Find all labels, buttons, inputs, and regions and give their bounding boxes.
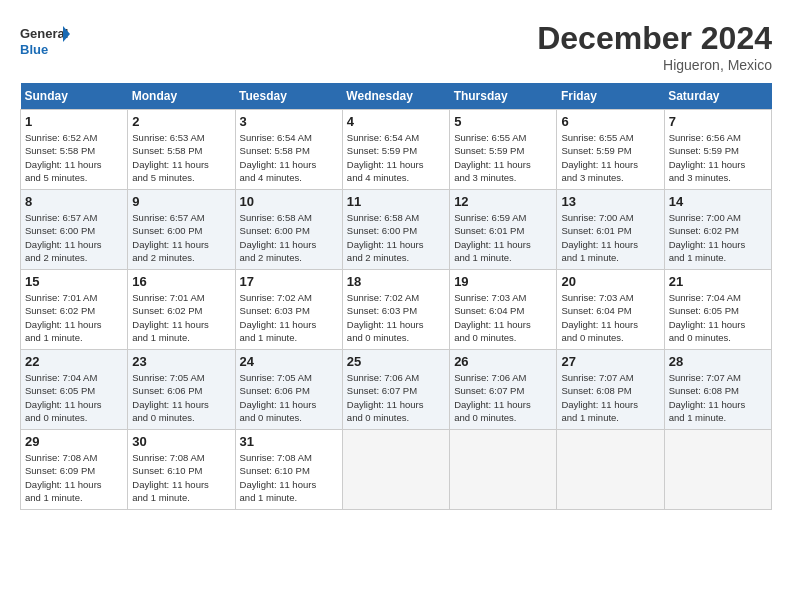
day-number: 11 xyxy=(347,194,445,209)
calendar-table: SundayMondayTuesdayWednesdayThursdayFrid… xyxy=(20,83,772,510)
day-number: 3 xyxy=(240,114,338,129)
day-info: Sunrise: 6:59 AMSunset: 6:01 PMDaylight:… xyxy=(454,211,552,264)
page-header: General Blue December 2024 Higueron, Mex… xyxy=(20,20,772,73)
logo-svg: General Blue xyxy=(20,20,70,62)
day-cell-9: 9Sunrise: 6:57 AMSunset: 6:00 PMDaylight… xyxy=(128,190,235,270)
day-cell-30: 30Sunrise: 7:08 AMSunset: 6:10 PMDayligh… xyxy=(128,430,235,510)
day-number: 5 xyxy=(454,114,552,129)
svg-text:Blue: Blue xyxy=(20,42,48,57)
day-info: Sunrise: 6:57 AMSunset: 6:00 PMDaylight:… xyxy=(132,211,230,264)
day-cell-29: 29Sunrise: 7:08 AMSunset: 6:09 PMDayligh… xyxy=(21,430,128,510)
day-info: Sunrise: 7:00 AMSunset: 6:02 PMDaylight:… xyxy=(669,211,767,264)
day-cell-26: 26Sunrise: 7:06 AMSunset: 6:07 PMDayligh… xyxy=(450,350,557,430)
day-cell-6: 6Sunrise: 6:55 AMSunset: 5:59 PMDaylight… xyxy=(557,110,664,190)
week-row-5: 29Sunrise: 7:08 AMSunset: 6:09 PMDayligh… xyxy=(21,430,772,510)
svg-text:General: General xyxy=(20,26,68,41)
day-cell-3: 3Sunrise: 6:54 AMSunset: 5:58 PMDaylight… xyxy=(235,110,342,190)
day-number: 13 xyxy=(561,194,659,209)
empty-cell xyxy=(557,430,664,510)
day-info: Sunrise: 7:08 AMSunset: 6:10 PMDaylight:… xyxy=(132,451,230,504)
day-cell-22: 22Sunrise: 7:04 AMSunset: 6:05 PMDayligh… xyxy=(21,350,128,430)
day-number: 31 xyxy=(240,434,338,449)
day-info: Sunrise: 7:06 AMSunset: 6:07 PMDaylight:… xyxy=(454,371,552,424)
header-cell-friday: Friday xyxy=(557,83,664,110)
day-info: Sunrise: 6:56 AMSunset: 5:59 PMDaylight:… xyxy=(669,131,767,184)
day-info: Sunrise: 6:54 AMSunset: 5:59 PMDaylight:… xyxy=(347,131,445,184)
week-row-2: 8Sunrise: 6:57 AMSunset: 6:00 PMDaylight… xyxy=(21,190,772,270)
day-cell-7: 7Sunrise: 6:56 AMSunset: 5:59 PMDaylight… xyxy=(664,110,771,190)
day-cell-28: 28Sunrise: 7:07 AMSunset: 6:08 PMDayligh… xyxy=(664,350,771,430)
header-cell-wednesday: Wednesday xyxy=(342,83,449,110)
day-number: 16 xyxy=(132,274,230,289)
day-info: Sunrise: 7:05 AMSunset: 6:06 PMDaylight:… xyxy=(132,371,230,424)
day-cell-17: 17Sunrise: 7:02 AMSunset: 6:03 PMDayligh… xyxy=(235,270,342,350)
header-cell-tuesday: Tuesday xyxy=(235,83,342,110)
day-info: Sunrise: 6:57 AMSunset: 6:00 PMDaylight:… xyxy=(25,211,123,264)
day-cell-23: 23Sunrise: 7:05 AMSunset: 6:06 PMDayligh… xyxy=(128,350,235,430)
empty-cell xyxy=(664,430,771,510)
day-info: Sunrise: 6:55 AMSunset: 5:59 PMDaylight:… xyxy=(454,131,552,184)
day-number: 15 xyxy=(25,274,123,289)
day-cell-31: 31Sunrise: 7:08 AMSunset: 6:10 PMDayligh… xyxy=(235,430,342,510)
day-info: Sunrise: 7:06 AMSunset: 6:07 PMDaylight:… xyxy=(347,371,445,424)
header-cell-thursday: Thursday xyxy=(450,83,557,110)
day-number: 2 xyxy=(132,114,230,129)
day-number: 17 xyxy=(240,274,338,289)
day-number: 4 xyxy=(347,114,445,129)
day-info: Sunrise: 7:03 AMSunset: 6:04 PMDaylight:… xyxy=(561,291,659,344)
day-cell-12: 12Sunrise: 6:59 AMSunset: 6:01 PMDayligh… xyxy=(450,190,557,270)
header-row: SundayMondayTuesdayWednesdayThursdayFrid… xyxy=(21,83,772,110)
day-info: Sunrise: 6:58 AMSunset: 6:00 PMDaylight:… xyxy=(347,211,445,264)
day-cell-20: 20Sunrise: 7:03 AMSunset: 6:04 PMDayligh… xyxy=(557,270,664,350)
day-number: 24 xyxy=(240,354,338,369)
day-cell-24: 24Sunrise: 7:05 AMSunset: 6:06 PMDayligh… xyxy=(235,350,342,430)
day-cell-4: 4Sunrise: 6:54 AMSunset: 5:59 PMDaylight… xyxy=(342,110,449,190)
day-info: Sunrise: 6:55 AMSunset: 5:59 PMDaylight:… xyxy=(561,131,659,184)
day-info: Sunrise: 7:07 AMSunset: 6:08 PMDaylight:… xyxy=(669,371,767,424)
day-number: 18 xyxy=(347,274,445,289)
day-info: Sunrise: 7:04 AMSunset: 6:05 PMDaylight:… xyxy=(25,371,123,424)
week-row-4: 22Sunrise: 7:04 AMSunset: 6:05 PMDayligh… xyxy=(21,350,772,430)
day-number: 8 xyxy=(25,194,123,209)
day-info: Sunrise: 7:01 AMSunset: 6:02 PMDaylight:… xyxy=(25,291,123,344)
day-number: 7 xyxy=(669,114,767,129)
week-row-1: 1Sunrise: 6:52 AMSunset: 5:58 PMDaylight… xyxy=(21,110,772,190)
day-cell-2: 2Sunrise: 6:53 AMSunset: 5:58 PMDaylight… xyxy=(128,110,235,190)
header-cell-monday: Monday xyxy=(128,83,235,110)
day-cell-25: 25Sunrise: 7:06 AMSunset: 6:07 PMDayligh… xyxy=(342,350,449,430)
day-number: 23 xyxy=(132,354,230,369)
title-block: December 2024 Higueron, Mexico xyxy=(537,20,772,73)
week-row-3: 15Sunrise: 7:01 AMSunset: 6:02 PMDayligh… xyxy=(21,270,772,350)
day-number: 29 xyxy=(25,434,123,449)
day-number: 12 xyxy=(454,194,552,209)
day-info: Sunrise: 7:04 AMSunset: 6:05 PMDaylight:… xyxy=(669,291,767,344)
day-info: Sunrise: 7:01 AMSunset: 6:02 PMDaylight:… xyxy=(132,291,230,344)
day-number: 28 xyxy=(669,354,767,369)
day-cell-16: 16Sunrise: 7:01 AMSunset: 6:02 PMDayligh… xyxy=(128,270,235,350)
day-info: Sunrise: 6:58 AMSunset: 6:00 PMDaylight:… xyxy=(240,211,338,264)
day-cell-21: 21Sunrise: 7:04 AMSunset: 6:05 PMDayligh… xyxy=(664,270,771,350)
day-info: Sunrise: 7:08 AMSunset: 6:09 PMDaylight:… xyxy=(25,451,123,504)
day-info: Sunrise: 6:53 AMSunset: 5:58 PMDaylight:… xyxy=(132,131,230,184)
day-cell-27: 27Sunrise: 7:07 AMSunset: 6:08 PMDayligh… xyxy=(557,350,664,430)
day-cell-13: 13Sunrise: 7:00 AMSunset: 6:01 PMDayligh… xyxy=(557,190,664,270)
day-cell-19: 19Sunrise: 7:03 AMSunset: 6:04 PMDayligh… xyxy=(450,270,557,350)
day-info: Sunrise: 6:54 AMSunset: 5:58 PMDaylight:… xyxy=(240,131,338,184)
day-number: 1 xyxy=(25,114,123,129)
day-number: 25 xyxy=(347,354,445,369)
day-cell-10: 10Sunrise: 6:58 AMSunset: 6:00 PMDayligh… xyxy=(235,190,342,270)
day-cell-14: 14Sunrise: 7:00 AMSunset: 6:02 PMDayligh… xyxy=(664,190,771,270)
day-number: 30 xyxy=(132,434,230,449)
location-subtitle: Higueron, Mexico xyxy=(537,57,772,73)
day-cell-18: 18Sunrise: 7:02 AMSunset: 6:03 PMDayligh… xyxy=(342,270,449,350)
day-cell-15: 15Sunrise: 7:01 AMSunset: 6:02 PMDayligh… xyxy=(21,270,128,350)
day-number: 9 xyxy=(132,194,230,209)
empty-cell xyxy=(450,430,557,510)
day-info: Sunrise: 7:02 AMSunset: 6:03 PMDaylight:… xyxy=(347,291,445,344)
day-info: Sunrise: 6:52 AMSunset: 5:58 PMDaylight:… xyxy=(25,131,123,184)
empty-cell xyxy=(342,430,449,510)
day-number: 6 xyxy=(561,114,659,129)
day-cell-11: 11Sunrise: 6:58 AMSunset: 6:00 PMDayligh… xyxy=(342,190,449,270)
header-cell-saturday: Saturday xyxy=(664,83,771,110)
day-number: 21 xyxy=(669,274,767,289)
